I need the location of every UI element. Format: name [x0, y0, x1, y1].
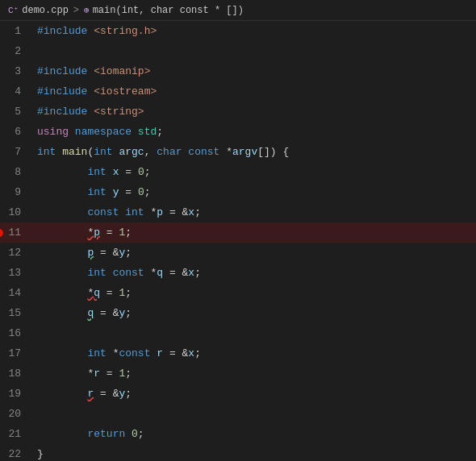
code-line: 17 int *const r = &x; — [0, 343, 476, 363]
line-number: 16 — [0, 323, 31, 343]
breakpoint-marker — [0, 229, 3, 237]
line-content — [31, 323, 476, 343]
line-content: } — [31, 444, 476, 461]
code-line: 13 int const *q = &x; — [0, 263, 476, 283]
line-number: 2 — [0, 41, 31, 61]
file-type-icon: C⁺ — [8, 5, 19, 15]
code-line: 2 — [0, 41, 476, 61]
code-line: 6 using namespace std; — [0, 122, 476, 142]
line-content — [31, 404, 476, 424]
line-content: int main(int argc, char const *argv[]) { — [31, 142, 476, 162]
line-content: q = &y; — [31, 303, 476, 323]
code-line: 19 r = &y; — [0, 384, 476, 404]
line-number: 21 — [0, 424, 31, 444]
line-number: 20 — [0, 404, 31, 424]
line-content — [31, 41, 476, 61]
line-content: int x = 0; — [31, 162, 476, 182]
line-number: 8 — [0, 162, 31, 182]
code-line: 12 p = &y; — [0, 243, 476, 263]
line-number: 22 — [0, 444, 31, 461]
file-name: demo.cpp — [22, 5, 69, 16]
line-content: #include <iostream> — [31, 81, 476, 102]
line-number: 9 — [0, 182, 31, 202]
code-line: 10 const int *p = &x; — [0, 202, 476, 222]
code-line: 9 int y = 0; — [0, 182, 476, 202]
line-content: #include <iomanip> — [31, 61, 476, 81]
line-content: int y = 0; — [31, 182, 476, 202]
line-content: int *const r = &x; — [31, 343, 476, 363]
line-content: #include <string.h> — [31, 21, 476, 41]
line-content: return 0; — [31, 424, 476, 444]
line-content: *q = 1; — [31, 283, 476, 303]
line-number: 6 — [0, 122, 31, 142]
line-number: 18 — [0, 363, 31, 384]
code-line: 5 #include <string> — [0, 102, 476, 122]
line-content: #include <string> — [31, 102, 476, 122]
code-line-breakpoint: 11 *p = 1; — [0, 222, 476, 243]
code-line: 8 int x = 0; — [0, 162, 476, 182]
line-content: r = &y; — [31, 384, 476, 404]
breadcrumb-separator: > — [73, 5, 79, 16]
code-line: 1 #include <string.h> — [0, 21, 476, 41]
line-number: 12 — [0, 243, 31, 263]
line-number: 7 — [0, 142, 31, 162]
function-context: main(int, char const * []) — [93, 5, 244, 16]
line-number: 5 — [0, 102, 31, 122]
line-number: 15 — [0, 303, 31, 323]
title-bar: C⁺ demo.cpp > ⊕ main(int, char const * [… — [0, 0, 476, 21]
line-content: const int *p = &x; — [31, 202, 476, 222]
line-content: using namespace std; — [31, 122, 476, 142]
line-number: 10 — [0, 202, 31, 222]
line-number: 4 — [0, 81, 31, 102]
code-line: 4 #include <iostream> — [0, 81, 476, 102]
code-line: 3 #include <iomanip> — [0, 61, 476, 81]
line-content: *r = 1; — [31, 363, 476, 384]
function-icon: ⊕ — [84, 5, 90, 15]
line-content: *p = 1; — [31, 222, 476, 243]
line-number: 11 — [0, 222, 31, 243]
line-content: int const *q = &x; — [31, 263, 476, 283]
code-line: 16 — [0, 323, 476, 343]
code-line: 7 int main(int argc, char const *argv[])… — [0, 142, 476, 162]
line-number: 13 — [0, 263, 31, 283]
code-line: 14 *q = 1; — [0, 283, 476, 303]
line-number: 1 — [0, 21, 31, 41]
code-line: 21 return 0; — [0, 424, 476, 444]
code-line: 15 q = &y; — [0, 303, 476, 323]
line-number: 17 — [0, 343, 31, 363]
code-line: 18 *r = 1; — [0, 363, 476, 384]
code-line: 20 — [0, 404, 476, 424]
line-number: 19 — [0, 384, 31, 404]
line-number: 14 — [0, 283, 31, 303]
line-content: p = &y; — [31, 243, 476, 263]
line-number: 3 — [0, 61, 31, 81]
code-line: 22 } — [0, 444, 476, 461]
code-editor: 1 #include <string.h> 2 3 #include <ioma… — [0, 21, 476, 461]
